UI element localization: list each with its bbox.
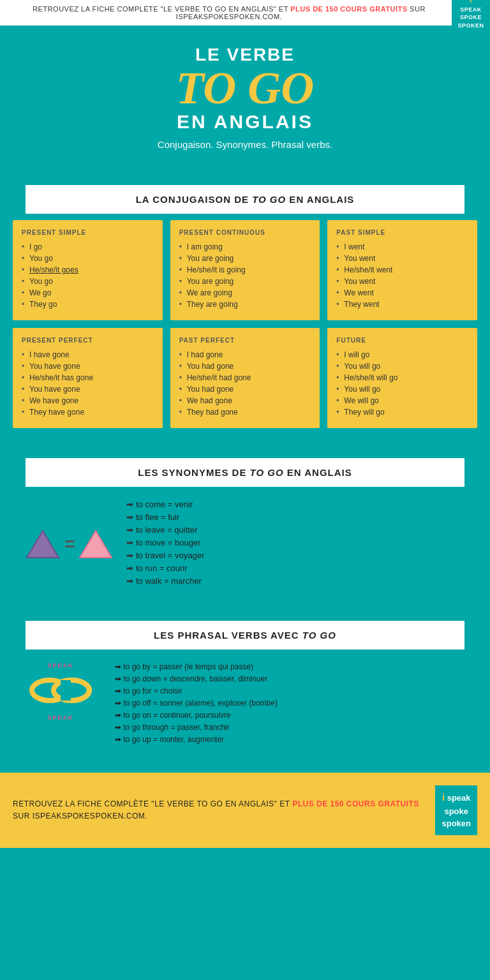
past-simple-card: PAST SIMPLE I went You went He/she/it we… — [327, 220, 477, 320]
list-item: I have gone — [22, 350, 154, 359]
list-item: I go — [22, 242, 154, 251]
present-perfect-list: I have gone You have gone He/she/it has … — [22, 350, 154, 417]
list-item: You are going — [179, 254, 311, 263]
list-item: They have gone — [22, 408, 154, 417]
list-item: We went — [336, 288, 468, 297]
list-item: They are going — [179, 300, 311, 309]
future-list: I will go You will go He/she/it will go … — [336, 350, 468, 417]
bottom-text1: RETROUVEZ LA FICHE COMPLÈTE "LE VERBE TO… — [13, 799, 292, 808]
present-perfect-card: PRESENT PERFECT I have gone You have gon… — [13, 328, 163, 428]
list-item: You went — [336, 254, 468, 263]
list-item: I had gone — [179, 350, 311, 359]
list-item: He/she/it went — [336, 265, 468, 274]
phrasal-item: to go by = passer (le temps qui passe) — [115, 662, 471, 671]
present-simple-title: PRESENT SIMPLE — [22, 229, 154, 236]
conjugaison-row1: PRESENT SIMPLE I go You go He/she/it goe… — [13, 220, 477, 320]
list-item: You will go — [336, 362, 468, 371]
chain-label-top: SPEAK — [19, 662, 102, 669]
list-item: We had gone — [179, 396, 311, 405]
phrasal-item: to go for = choisir — [115, 687, 471, 695]
list-item: We have gone — [22, 396, 154, 405]
triangle-purple-icon — [26, 527, 61, 562]
past-simple-list: I went You went He/she/it went You went … — [336, 242, 468, 309]
list-item: We go — [22, 288, 154, 297]
past-perfect-card: PAST PERFECT I had gone You had gone He/… — [170, 328, 320, 428]
phrasal-list: to go by = passer (le temps qui passe) t… — [115, 662, 471, 747]
list-item: They will go — [336, 408, 468, 417]
logo-i: i — [457, 0, 484, 6]
bottom-banner-text: RETROUVEZ LA FICHE COMPLÈTE "LE VERBE TO… — [13, 798, 426, 822]
list-item: He/she/it had gone — [179, 373, 311, 382]
list-item: You had gone — [179, 385, 311, 394]
logo-speak-spoke: i speak spoke spoken — [435, 785, 477, 835]
present-continuous-list: I am going You are going He/she/it is go… — [179, 242, 311, 309]
hero-subtitle: Conjugaison. Synonymes. Phrasal verbs. — [13, 139, 477, 150]
list-item: You have gone — [22, 362, 154, 371]
present-continuous-card: PRESENT CONTINUOUS I am going You are go… — [170, 220, 320, 320]
logo-box: i speak spoke spoken — [454, 0, 487, 33]
bottom-highlight: PLUS DE 150 COURS GRATUITS — [292, 799, 419, 808]
phrasal-item: to go up = monter, augmenter — [115, 735, 471, 744]
list-item: You went — [336, 277, 468, 286]
phrasal-item: to go down = descendre, baisser, diminue… — [115, 674, 471, 683]
top-banner: RETROUVEZ LA FICHE COMPLÈTE "LE VERBE TO… — [0, 0, 490, 26]
top-banner-highlight: PLUS DE 150 COURS GRATUITS — [290, 5, 407, 13]
svg-marker-0 — [27, 531, 59, 558]
synonyme-item: to leave = quitter — [126, 525, 464, 535]
synonymes-section: LES SYNONYMES DE TO GO EN ANGLAIS = to c… — [0, 445, 490, 608]
synonymes-title: LES SYNONYMES DE TO GO EN ANGLAIS — [26, 458, 464, 487]
list-item: You will go — [336, 385, 468, 394]
logo-spoke: spoke — [457, 13, 484, 22]
phrasal-item: to go on = continuer, poursuivre — [115, 711, 471, 720]
equals-icon: = — [64, 534, 75, 554]
phrasal-item: to go through = passer, franchir — [115, 723, 471, 732]
present-simple-list: I go You go He/she/it goes You go We go … — [22, 242, 154, 309]
list-item: You are going — [179, 277, 311, 286]
phrasal-inner: SPEAK SPEAK to go by = passer (le temps … — [13, 656, 477, 754]
phrasal-section: LES PHRASAL VERBS AVEC TO GO SPEAK SPEAK… — [0, 608, 490, 766]
chain-links-icon — [26, 671, 96, 709]
present-continuous-title: PRESENT CONTINUOUS — [179, 229, 311, 236]
bottom-text2: SUR ISPEAKSPOKESPOKEN.COM. — [13, 812, 147, 820]
logo-spoke-bottom: spoke — [444, 806, 468, 816]
past-perfect-title: PAST PERFECT — [179, 337, 311, 344]
conjugaison-row2: PRESENT PERFECT I have gone You have gon… — [13, 328, 477, 428]
logo-top-right: i speak spoke spoken — [452, 0, 490, 26]
list-item: You go — [22, 277, 154, 286]
logo-i-bottom: i — [442, 792, 445, 803]
logo-speak: speak — [457, 6, 484, 14]
list-item: I will go — [336, 350, 468, 359]
hero-to-go: TO GO — [13, 65, 477, 111]
logo-spoken: spoken — [457, 22, 484, 30]
phrasal-item: to go off = sonner (alarme), exploser (b… — [115, 699, 471, 708]
synonyme-item: to travel = voyager — [126, 551, 464, 560]
list-item: You had gone — [179, 362, 311, 371]
list-item: We are going — [179, 288, 311, 297]
future-title: FUTURE — [336, 337, 468, 344]
chain-label-bottom: SPEAK — [19, 715, 102, 721]
synonyme-item: to walk = marcher — [126, 576, 464, 586]
svg-marker-1 — [80, 531, 112, 558]
phrasal-title: LES PHRASAL VERBS AVEC TO GO — [26, 621, 464, 650]
present-simple-card: PRESENT SIMPLE I go You go He/she/it goe… — [13, 220, 163, 320]
present-perfect-title: PRESENT PERFECT — [22, 337, 154, 344]
list-item: They had gone — [179, 408, 311, 417]
svg-rect-4 — [61, 680, 71, 701]
list-item: They went — [336, 300, 468, 309]
bottom-banner: RETROUVEZ LA FICHE COMPLÈTE "LE VERBE TO… — [0, 773, 490, 848]
list-item: We will go — [336, 396, 468, 405]
synonymes-list: to come = venir to flee = fuir to leave … — [126, 500, 464, 589]
list-item: I went — [336, 242, 468, 251]
list-item: You go — [22, 254, 154, 263]
synonyme-item: to come = venir — [126, 500, 464, 509]
list-item: He/she/it is going — [179, 265, 311, 274]
synonymes-inner: = to come = venir to flee = fuir to leav… — [13, 493, 477, 595]
hero-en-anglais: EN ANGLAIS — [13, 111, 477, 133]
hero-section: LE VERBE TO GO EN ANGLAIS Conjugaison. S… — [0, 26, 490, 169]
synonyme-item: to flee = fuir — [126, 512, 464, 522]
conjugaison-title: LA CONJUGAISON DE TO GO EN ANGLAIS — [26, 185, 464, 214]
list-item: He/she/it goes — [22, 265, 154, 274]
bottom-logo: i speak spoke spoken — [435, 785, 477, 835]
logo-spoken-bottom: spoken — [442, 819, 471, 828]
list-item: He/she/it has gone — [22, 373, 154, 382]
